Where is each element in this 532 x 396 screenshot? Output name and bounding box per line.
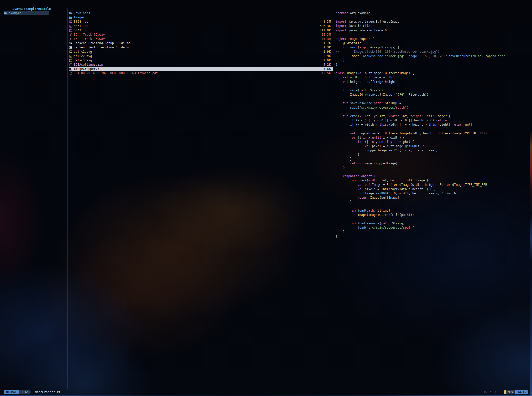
file-row[interactable]: cal-c2.svg2.9K — [69, 54, 333, 58]
file-size: 586.3K — [320, 24, 331, 28]
file-row[interactable]: 09 - Track 09.wav15.3M — [69, 33, 333, 37]
file-permissions: -rw-r--r-- — [482, 390, 500, 394]
markdown-icon — [69, 46, 74, 49]
code-line: package org.example — [336, 11, 529, 15]
file-size: 1.7K — [323, 41, 331, 45]
file-size: 15.3M — [322, 37, 331, 41]
code-line: return Image(croppedImage) — [336, 161, 529, 166]
code-line: buffImage.setRGB(0, 0, width, height, pi… — [336, 191, 529, 196]
file-row[interactable]: example — [4, 11, 49, 15]
code-line — [336, 127, 529, 131]
code-line: fun saveResource(path: String) = — [336, 101, 529, 105]
code-line: import java.awt.image.BufferedImage — [336, 20, 529, 24]
code-line: fun loadResource(path: String) = — [336, 221, 529, 226]
file-size: 1.3M — [323, 20, 331, 24]
file-size: 1.3K — [323, 45, 331, 50]
file-row[interactable]: cal-c3.svg2.9K — [69, 58, 333, 63]
code-line — [336, 33, 529, 37]
file-size-badge: 1.6K — [19, 390, 31, 394]
code-line — [336, 84, 529, 88]
code-line: return Image(buffImage) — [336, 196, 529, 200]
file-row[interactable]: SBI_0032013739_2023_DE05_0003155631Invoi… — [69, 71, 333, 75]
file-row[interactable]: ImageCropper.kt1.6K — [69, 67, 333, 71]
file-name: IDEAsettings.zip — [74, 63, 321, 67]
code-line: @JvmStatic — [336, 41, 529, 45]
file-row[interactable]: IDEAsettings.zip5.2K — [69, 63, 333, 67]
file-name: 15 - Track 15.wav — [74, 37, 320, 41]
pdf-icon — [69, 72, 74, 75]
file-row[interactable]: Backend_Frontend_Setup_Guide.md1.7K — [69, 41, 333, 45]
folder-icon — [69, 16, 74, 19]
code-line: val pixels = IntArray(width * height) { … — [336, 187, 529, 191]
code-line: Image(ImageIO.read(File(path))) — [336, 213, 529, 217]
file-row[interactable]: 15 - Track 15.wav15.3M — [69, 37, 333, 41]
scroll-percent: 93% — [506, 390, 515, 394]
file-row[interactable]: 0031.jpg586.3K — [69, 24, 333, 28]
status-bar-right: -rw-r--r-- 93% 14/15 — [482, 390, 528, 394]
file-size: 5.2K — [323, 63, 331, 67]
code-line: } — [336, 58, 529, 63]
vector-icon — [69, 59, 74, 62]
markdown-icon — [69, 42, 74, 45]
file-size: 15.3M — [322, 33, 331, 37]
code-line: } — [336, 200, 529, 204]
parent-directory-pane: example — [4, 11, 49, 389]
code-line: croppedImage.setRGB(i - x, j - y, pixel) — [336, 148, 529, 153]
list-position: 14/15 — [515, 390, 528, 394]
code-line: fun crop(x: Int, y: Int, width: Int, hei… — [336, 114, 529, 118]
file-row[interactable]: cal-c1.svg2.9K — [69, 50, 333, 54]
vector-icon — [69, 50, 74, 54]
code-line — [336, 170, 529, 174]
image-icon — [69, 20, 74, 23]
pane-separator — [67, 8, 68, 389]
file-name: example — [9, 11, 45, 15]
code-line: val width = buffImage.width — [336, 75, 529, 80]
code-line: fun main(args: Array<String>) { — [336, 45, 529, 50]
code-line: fun load(path: String) = — [336, 208, 529, 213]
file-name: Downloads — [74, 11, 329, 15]
preview-pane: package org.example import java.awt.imag… — [336, 11, 529, 389]
file-size: 1.6K — [323, 67, 331, 71]
code-line: } — [336, 166, 529, 170]
code-line — [336, 204, 529, 208]
audio-icon — [69, 37, 74, 41]
code-line — [336, 67, 529, 71]
audio-icon — [69, 33, 74, 36]
breadcrumb: ~/Data/example/example — [4, 2, 51, 7]
code-line: if (x < 0 || y < 0 || width < 0 || heigh… — [336, 118, 529, 123]
file-row[interactable]: 0042.jpg212.9K — [69, 28, 333, 33]
file-row[interactable]: 0028.jpg1.3M — [69, 20, 333, 24]
file-name: 0028.jpg — [74, 20, 321, 24]
file-name: cal-c1.svg — [74, 50, 321, 54]
vector-icon — [69, 55, 74, 58]
code-line — [336, 110, 529, 114]
status-filename: ImageCropper.kt — [33, 390, 60, 394]
code-line: import javax.imageio.ImageIO — [336, 28, 529, 33]
image-icon — [69, 24, 74, 28]
code-line: val croppedImage = BufferedImage(width, … — [336, 131, 529, 136]
file-size: 2.9K — [323, 50, 331, 54]
code-line: } — [336, 230, 529, 234]
file-name: cal-c3.svg — [74, 58, 321, 63]
code-line: ImageIO.write(buffImage, "JPG", File(pat… — [336, 93, 529, 97]
file-name: Backend_Test_Execution_Guide.md — [74, 45, 321, 50]
file-name: cal-c2.svg — [74, 54, 321, 58]
mode-badge: NORMAL — [4, 390, 19, 394]
code-line: } — [336, 153, 529, 157]
file-row[interactable]: Images — [69, 15, 333, 20]
code-line: fun save(path: String) = — [336, 88, 529, 93]
code-line: } — [336, 234, 529, 239]
file-row[interactable]: Downloads — [69, 11, 333, 15]
code-line — [336, 217, 529, 221]
code-line: Image.loadResource("black.jpg").crop(50,… — [336, 54, 529, 58]
cwd-path: ~/Data/example/example — [11, 7, 51, 11]
code-line: load("src/main/resources/$path") — [336, 226, 529, 230]
status-bar: NORMAL 1.6K ImageCropper.kt -rw-r--r-- 9… — [4, 390, 528, 395]
code-line: class Image(val buffImage: BufferedImage… — [336, 71, 529, 75]
folder-icon — [4, 12, 9, 15]
terminal-window: ~/Data/example/example example Downloads… — [0, 0, 532, 396]
file-name: 0042.jpg — [74, 28, 318, 33]
file-size: 12.5K — [322, 71, 331, 75]
file-row[interactable]: Backend_Test_Execution_Guide.md1.3K — [69, 45, 333, 50]
kotlin-icon — [69, 68, 74, 71]
